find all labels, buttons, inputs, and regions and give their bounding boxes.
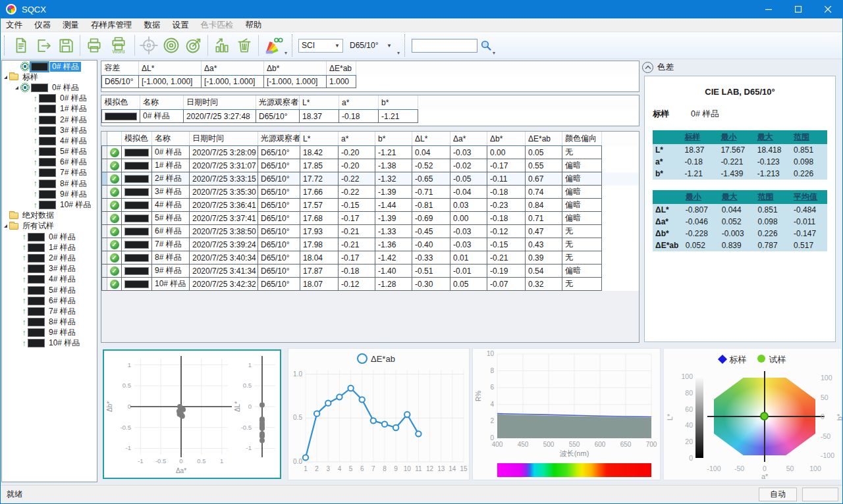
- row-header-strip[interactable]: [102, 199, 107, 212]
- simulated-color-cell[interactable]: [122, 251, 152, 265]
- simulated-color-cell[interactable]: [122, 172, 152, 186]
- result-cell[interactable]: 6# 样品: [152, 225, 190, 238]
- row-header-strip[interactable]: [102, 146, 107, 159]
- result-cell[interactable]: 0.05: [450, 278, 487, 291]
- result-cell[interactable]: 2020/7/25 3:33:15: [190, 172, 258, 186]
- result-cell[interactable]: -1.40: [375, 265, 412, 278]
- result-cell[interactable]: 偏暗: [562, 172, 602, 186]
- tolerance-cell[interactable]: [-1.000, 1.000]: [264, 76, 327, 88]
- result-cell[interactable]: -0.33: [412, 251, 450, 265]
- simulated-color-cell[interactable]: [122, 225, 152, 238]
- tolerance-cell[interactable]: [-1.000, 1.000]: [139, 76, 202, 88]
- tree-item[interactable]: ↑9# 样品: [2, 328, 97, 338]
- result-cell[interactable]: 5# 样品: [152, 212, 190, 225]
- result-cell[interactable]: -0.21: [339, 225, 375, 238]
- row-header-strip[interactable]: [102, 172, 107, 186]
- print-button[interactable]: [83, 34, 105, 57]
- result-cell[interactable]: 无: [562, 278, 602, 291]
- illuminant-select[interactable]: D65/10°▼: [347, 39, 394, 53]
- result-cell[interactable]: -1.38: [375, 159, 412, 172]
- result-cell[interactable]: -0.17: [487, 159, 526, 172]
- menu-item-7[interactable]: 色卡匹检: [195, 18, 240, 32]
- minimize-button[interactable]: [754, 0, 784, 18]
- simulated-color-cell[interactable]: [122, 238, 152, 251]
- column-header[interactable]: 光源观察者: [256, 95, 300, 110]
- result-cell[interactable]: D65/10°: [258, 199, 300, 212]
- result-cell[interactable]: -0.17: [339, 212, 375, 225]
- tree-item[interactable]: 0# 样品: [2, 82, 97, 93]
- tree-item[interactable]: ↑0# 样品: [2, 232, 97, 242]
- table-row[interactable]: ✓2# 样品2020/7/25 3:33:15D65/10°17.72-0.22…: [102, 172, 639, 186]
- result-cell[interactable]: -1.32: [375, 172, 412, 186]
- result-cell[interactable]: 2020/7/25 3:31:07: [190, 159, 258, 172]
- row-header-strip[interactable]: [102, 159, 107, 172]
- toolbar-overflow-icon[interactable]: ▾: [285, 51, 287, 56]
- standard-cell[interactable]: -0.18: [339, 110, 379, 123]
- result-cell[interactable]: -0.01: [450, 265, 487, 278]
- result-cell[interactable]: 2020/7/25 3:28:09: [190, 146, 258, 159]
- row-header-strip[interactable]: [102, 225, 107, 238]
- measure-standard-button[interactable]: [160, 34, 182, 57]
- column-header[interactable]: Δb*: [487, 132, 526, 146]
- result-cell[interactable]: -0.45: [412, 225, 450, 238]
- table-row[interactable]: D65/10°[-1.000, 1.000][-1.000, 1.000][-1…: [102, 76, 639, 88]
- tree-item[interactable]: ↑3# 样品: [2, 125, 97, 136]
- result-cell[interactable]: D65/10°: [258, 251, 300, 265]
- expander-icon[interactable]: [4, 224, 7, 228]
- column-header[interactable]: 容差: [102, 61, 139, 76]
- result-cell[interactable]: 0.03: [450, 199, 487, 212]
- result-cell[interactable]: -0.65: [412, 172, 450, 186]
- table-row[interactable]: 0# 样品2020/7/25 3:27:48D65/10°18.37-0.18-…: [102, 110, 639, 123]
- color-match-button[interactable]: [261, 34, 284, 57]
- result-cell[interactable]: 0.01: [450, 251, 487, 265]
- spectral-chart-panel[interactable]: 4004505005506006507000246810R%波长(nm): [472, 348, 661, 480]
- result-cell[interactable]: 偏暗: [562, 199, 602, 212]
- result-cell[interactable]: 17.87: [300, 265, 339, 278]
- tree-item[interactable]: ↑0# 样品: [2, 93, 97, 104]
- tree-item[interactable]: ↑2# 样品: [2, 114, 97, 125]
- result-cell[interactable]: -0.17: [339, 251, 375, 265]
- standard-cell[interactable]: 2020/7/25 3:27:48: [184, 110, 256, 123]
- blank-button[interactable]: [802, 488, 838, 501]
- table-row[interactable]: ✓5# 样品2020/7/25 3:37:41D65/10°17.68-0.17…: [102, 212, 639, 225]
- column-header[interactable]: b*: [379, 95, 418, 110]
- column-header[interactable]: b*: [375, 132, 412, 146]
- column-header[interactable]: ΔL*: [412, 132, 450, 146]
- standard-cell[interactable]: 18.37: [300, 110, 339, 123]
- simulated-color-cell[interactable]: [122, 199, 152, 212]
- tree-item[interactable]: ↑5# 样品: [2, 147, 97, 157]
- menu-item-5[interactable]: 数据: [138, 18, 167, 32]
- result-cell[interactable]: -0.18: [487, 212, 526, 225]
- search-icon[interactable]: [480, 39, 492, 51]
- tree-item[interactable]: ↑7# 样品: [2, 168, 97, 178]
- tree-item[interactable]: ↑8# 样品: [2, 317, 97, 328]
- tree-item[interactable]: ↑8# 样品: [2, 178, 97, 189]
- result-cell[interactable]: -0.81: [412, 199, 450, 212]
- colorwheel-chart-panel[interactable]: 标样试样100806040200-100-50050100100500-50-1…: [663, 348, 842, 480]
- column-header[interactable]: ΔE*ab: [526, 132, 562, 146]
- result-cell[interactable]: -1.39: [375, 186, 412, 199]
- row-header-strip[interactable]: [102, 278, 107, 291]
- export-button[interactable]: [32, 34, 55, 57]
- result-cell[interactable]: -0.19: [487, 265, 526, 278]
- result-cell[interactable]: 9# 样品: [152, 265, 190, 278]
- new-document-button[interactable]: [10, 34, 32, 57]
- simulated-color-cell[interactable]: [122, 212, 152, 225]
- result-cell[interactable]: D65/10°: [258, 172, 300, 186]
- column-header[interactable]: L*: [300, 95, 339, 110]
- result-cell[interactable]: 0.00: [450, 212, 487, 225]
- column-header[interactable]: [107, 132, 122, 146]
- menu-item-2[interactable]: 仪器: [28, 18, 57, 32]
- result-cell[interactable]: -0.23: [487, 199, 526, 212]
- save-button[interactable]: [55, 34, 77, 57]
- standard-cell[interactable]: 0# 样品: [140, 110, 184, 123]
- result-cell[interactable]: 0.05: [526, 146, 562, 159]
- row-header-strip[interactable]: [102, 265, 107, 278]
- result-cell[interactable]: 17.93: [300, 225, 339, 238]
- result-cell[interactable]: -0.02: [450, 159, 487, 172]
- tolerance-cell[interactable]: [-1.000, 1.000]: [202, 76, 264, 88]
- result-cell[interactable]: 0.67: [526, 172, 562, 186]
- result-cell[interactable]: -0.22: [339, 186, 375, 199]
- result-cell[interactable]: D65/10°: [258, 278, 300, 291]
- table-row[interactable]: ✓0# 样品2020/7/25 3:28:09D65/10°18.42-0.20…: [102, 146, 639, 159]
